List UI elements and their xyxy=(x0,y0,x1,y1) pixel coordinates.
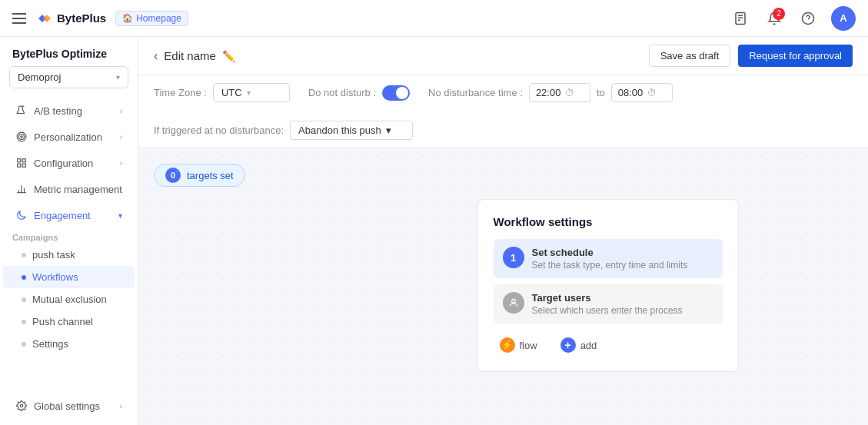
add-blue-icon: + xyxy=(560,337,576,353)
sidebar-label-metric: Metric management xyxy=(34,184,122,195)
clock-icon: ⏱ xyxy=(565,88,574,98)
step-2-content: Target users Select which users enter th… xyxy=(532,292,713,316)
sidebar-item-personalization[interactable]: Personalization › xyxy=(3,124,135,150)
chevron-down-icon: ▾ xyxy=(116,73,120,81)
push-task-label: push task xyxy=(32,249,75,261)
targets-badge[interactable]: 0 targets set xyxy=(154,164,245,187)
main-content: ‹ Edit name ✏️ Save as draft Request for… xyxy=(138,37,868,425)
step-2-desc: Select which users enter the process xyxy=(532,305,713,316)
push-channel-label: Push channel xyxy=(32,316,93,327)
targets-count: 0 xyxy=(165,168,181,183)
sidebar-item-configuration[interactable]: Configuration › xyxy=(3,150,135,176)
settings-label: Settings xyxy=(32,338,68,350)
header-actions: Save as draft Request for approval xyxy=(649,45,853,67)
hamburger-menu[interactable] xyxy=(12,13,26,24)
nav-right: 2 A xyxy=(730,6,856,31)
home-icon: 🏠 xyxy=(122,13,133,23)
sidebar-item-push-task[interactable]: push task xyxy=(0,244,138,266)
global-settings-label: Global settings xyxy=(34,400,114,412)
avatar[interactable]: A xyxy=(831,6,856,31)
help-icon[interactable] xyxy=(797,8,819,29)
sidebar-item-engagement[interactable]: Engagement ▾ xyxy=(3,202,135,228)
chevron-icon-gs: › xyxy=(120,402,122,410)
project-name: Demoproj xyxy=(18,71,61,83)
homepage-tag[interactable]: 🏠 Homepage xyxy=(115,11,188,26)
logo-icon xyxy=(35,10,52,27)
do-not-disturb-setting: Do not disturb : xyxy=(308,85,410,101)
dot-icon-3 xyxy=(22,320,26,324)
targets-label: targets set xyxy=(187,170,234,181)
workflows-label: Workflows xyxy=(32,271,78,283)
sidebar-label-engagement: Engagement xyxy=(34,210,112,221)
homepage-label: Homepage xyxy=(136,13,181,24)
step-2-title: Target users xyxy=(532,292,713,304)
if-triggered-label: If triggered at no disturbance: xyxy=(154,125,284,136)
back-button[interactable]: ‹ xyxy=(154,49,158,63)
sidebar-item-settings[interactable]: Settings xyxy=(0,333,138,355)
add-label: add xyxy=(580,340,597,351)
canvas-area: 0 targets set Workflow settings 1 Set sc… xyxy=(138,148,868,425)
logo: BytePlus xyxy=(35,10,106,27)
sidebar-item-metric[interactable]: Metric management xyxy=(3,176,135,202)
campaigns-label: Campaigns xyxy=(0,228,138,244)
step-1-icon: 1 xyxy=(503,247,524,268)
request-approval-button[interactable]: Request for approval xyxy=(738,45,853,67)
workflow-step-target[interactable]: Target users Select which users enter th… xyxy=(494,284,723,324)
gear-icon xyxy=(15,400,28,412)
logo-text: BytePlus xyxy=(57,12,106,25)
if-triggered-setting: If triggered at no disturbance: Abandon … xyxy=(154,121,413,140)
timezone-label: Time Zone : xyxy=(154,87,207,98)
notification-icon[interactable]: 2 xyxy=(763,8,785,29)
main-layout: BytePlus Optimize Demoproj ▾ A/B testing… xyxy=(0,37,868,425)
notification-badge: 2 xyxy=(773,8,785,20)
project-selector[interactable]: Demoproj ▾ xyxy=(9,66,128,88)
step-1-content: Set schedule Set the task type, entry ti… xyxy=(532,247,713,271)
dot-icon-4 xyxy=(22,342,26,347)
abandon-value: Abandon this push xyxy=(298,125,381,136)
svg-point-8 xyxy=(19,134,25,140)
sidebar: BytePlus Optimize Demoproj ▾ A/B testing… xyxy=(0,37,138,425)
step-1-desc: Set the task type, entry time and limits xyxy=(532,260,713,271)
flow-button[interactable]: ⚡ flow xyxy=(494,334,544,356)
flask-icon xyxy=(15,105,28,117)
mutual-exclusion-label: Mutual exclusion xyxy=(32,294,107,305)
page-title: Edit name xyxy=(164,49,216,62)
start-time-value: 22:00 xyxy=(536,87,561,98)
timezone-select[interactable]: UTC ▾ xyxy=(213,83,290,102)
workflow-step-schedule[interactable]: 1 Set schedule Set the task type, entry … xyxy=(494,239,723,278)
sidebar-item-push-channel[interactable]: Push channel xyxy=(0,310,138,333)
sidebar-item-workflows[interactable]: Workflows xyxy=(3,266,135,288)
step-2-icon xyxy=(503,292,524,314)
no-disturbance-setting: No disturbance time : 22:00 ⏱ to 08:00 ⏱ xyxy=(428,83,673,102)
top-nav: BytePlus 🏠 Homepage 2 A xyxy=(0,0,868,37)
page-header: ‹ Edit name ✏️ Save as draft Request for… xyxy=(138,37,868,75)
sidebar-label-ab-testing: A/B testing xyxy=(34,105,114,117)
sidebar-label-configuration: Configuration xyxy=(34,158,114,169)
time-to-label: to xyxy=(597,87,605,98)
end-time-input[interactable]: 08:00 ⏱ xyxy=(611,83,673,102)
timezone-setting: Time Zone : UTC ▾ xyxy=(154,83,290,102)
save-draft-button[interactable]: Save as draft xyxy=(649,45,731,67)
timezone-chevron-icon: ▾ xyxy=(247,88,251,97)
sidebar-item-mutual-exclusion[interactable]: Mutual exclusion xyxy=(0,288,138,310)
dot-active-icon xyxy=(22,275,26,280)
sidebar-item-global-settings[interactable]: Global settings › xyxy=(3,393,135,419)
flow-label: flow xyxy=(520,340,537,351)
no-disturbance-label: No disturbance time : xyxy=(428,87,523,98)
target-icon xyxy=(15,131,28,143)
abandon-select[interactable]: Abandon this push ▾ xyxy=(290,121,413,140)
start-time-input[interactable]: 22:00 ⏱ xyxy=(529,83,590,102)
dot-icon xyxy=(22,253,26,257)
svg-rect-13 xyxy=(22,164,25,167)
docs-icon[interactable] xyxy=(730,8,751,29)
chevron-icon-3: › xyxy=(120,159,122,168)
dnd-toggle[interactable] xyxy=(382,85,410,101)
sidebar-item-ab-testing[interactable]: A/B testing › xyxy=(3,98,135,124)
bar-chart-icon xyxy=(15,183,28,195)
edit-icon[interactable]: ✏️ xyxy=(222,50,235,62)
add-button[interactable]: + add xyxy=(554,334,604,356)
settings-toolbar: Time Zone : UTC ▾ Do not disturb : No di… xyxy=(138,75,868,148)
workflow-settings-panel: Workflow settings 1 Set schedule Set the… xyxy=(477,199,739,372)
svg-rect-11 xyxy=(22,159,25,162)
chevron-icon: › xyxy=(120,107,122,115)
